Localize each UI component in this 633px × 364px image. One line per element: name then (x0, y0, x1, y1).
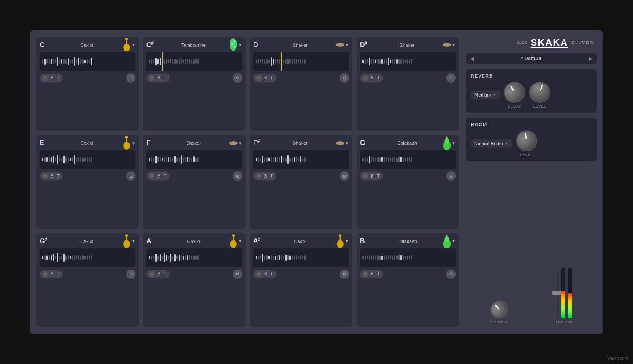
pad-t-button[interactable]: T (163, 174, 167, 178)
room-type-dropdown[interactable]: Natural Room ▼ (471, 139, 512, 148)
pad-btn-group: × B T (253, 172, 276, 180)
pad-menu-button[interactable]: ⊙ (126, 270, 135, 279)
pad-b-button[interactable]: B (157, 174, 161, 178)
pad-t-button[interactable]: T (376, 272, 381, 276)
pad-sequencer[interactable] (146, 52, 242, 71)
seq-tick (304, 157, 306, 162)
pad-dropdown-button[interactable]: ▼ (131, 141, 135, 146)
pad-menu-button[interactable]: ⊙ (446, 171, 456, 181)
pad-t-button[interactable]: T (270, 174, 274, 178)
pad-dropdown-button[interactable]: ▼ (345, 239, 349, 243)
pad-dropdown-button[interactable]: ▼ (345, 43, 349, 47)
pad-sequencer[interactable] (146, 150, 242, 169)
pad-t-button[interactable]: T (376, 174, 381, 178)
pad-t-button[interactable]: T (56, 174, 60, 178)
seq-tick (362, 256, 364, 259)
pad-sequencer[interactable] (360, 52, 456, 71)
pad-menu-button[interactable]: ⊙ (340, 73, 349, 83)
pad-menu-button[interactable]: ⊙ (446, 73, 456, 83)
pad-icon-calabash (442, 237, 452, 246)
seq-tick (271, 255, 272, 260)
pad-b-button[interactable]: B (370, 272, 375, 276)
pad-menu-button[interactable]: ⊙ (126, 73, 135, 83)
pad-mute-button[interactable]: × (256, 271, 262, 277)
seq-tick (51, 157, 52, 162)
pad-dropdown-button[interactable]: ▼ (345, 141, 349, 146)
pad-menu-button[interactable]: ⊙ (446, 270, 456, 279)
pad-dropdown-button[interactable]: ▼ (452, 239, 456, 243)
seq-tick (392, 157, 393, 162)
pad-t-button[interactable]: T (270, 75, 274, 80)
pad-menu-button[interactable]: ⊙ (340, 270, 349, 279)
seq-tick (262, 59, 263, 64)
pad-instrument: Calabash (372, 140, 442, 146)
pad-mute-button[interactable]: × (42, 173, 48, 179)
pad-menu-button[interactable]: ⊙ (233, 171, 242, 181)
pad-b-button[interactable]: B (370, 174, 375, 178)
pad-menu-button[interactable]: ⊙ (126, 171, 135, 181)
pad-mute-button[interactable]: × (149, 271, 155, 277)
seq-tick (396, 158, 398, 162)
pad-sequencer[interactable] (253, 248, 349, 267)
pad-sequencer[interactable] (360, 150, 456, 169)
pad-dropdown-button[interactable]: ▼ (238, 239, 242, 243)
pad-sequencer[interactable] (40, 52, 135, 71)
seq-tick (160, 58, 161, 65)
pad-mute-button[interactable]: × (362, 173, 368, 179)
pad-t-button[interactable]: T (376, 75, 381, 80)
pad-dropdown-button[interactable]: ▼ (452, 43, 456, 47)
reverb-decay-knob[interactable] (500, 78, 529, 106)
pad-sequencer[interactable] (40, 150, 135, 169)
pad-mute-button[interactable]: × (149, 75, 155, 81)
preset-prev-button[interactable]: ◀ (470, 56, 474, 62)
output-section: HI SHELF (466, 166, 597, 327)
pad-b-button[interactable]: B (50, 272, 54, 276)
pad-mute-button[interactable]: × (42, 271, 48, 277)
pad-dropdown-button[interactable]: ▼ (131, 43, 135, 47)
reverb-level-knob[interactable] (526, 78, 553, 105)
pad-mute-button[interactable]: × (256, 75, 262, 81)
pad-t-button[interactable]: T (56, 272, 60, 276)
pad-t-button[interactable]: T (56, 75, 60, 80)
pad-menu-button[interactable]: ⊙ (233, 270, 242, 279)
pad-mute-button[interactable]: × (149, 173, 155, 179)
seq-tick (373, 157, 374, 162)
seq-tick (51, 255, 52, 260)
pad-sequencer[interactable] (40, 248, 135, 267)
preset-next-button[interactable]: ▶ (589, 56, 592, 62)
pad-b-button[interactable]: B (263, 174, 268, 178)
pad-b-button[interactable]: B (263, 75, 268, 80)
pad-t-button[interactable]: T (270, 272, 274, 276)
seq-tick (375, 158, 376, 161)
pad-b-button[interactable]: B (263, 272, 268, 276)
pad-sequencer[interactable] (253, 150, 349, 169)
pad-b-button[interactable]: B (370, 75, 375, 80)
pad-dropdown-button[interactable]: ▼ (238, 141, 242, 146)
pad-dropdown-button[interactable]: ▼ (238, 43, 242, 47)
pad-mute-button[interactable]: × (362, 75, 368, 81)
reverb-type-dropdown[interactable]: Medium ▼ (471, 91, 500, 99)
pad-t-button[interactable]: T (163, 75, 167, 80)
room-level-knob[interactable] (514, 129, 539, 153)
pad-header: E Caxixi ▼ (40, 138, 135, 148)
pad-dropdown-button[interactable]: ▼ (131, 239, 135, 243)
pad-Csharp: C# Tambourine ▼ × B T ⊙ (143, 37, 246, 131)
pad-mute-button[interactable]: × (362, 271, 368, 277)
pad-mute-button[interactable]: × (42, 75, 48, 81)
pad-b-button[interactable]: B (157, 75, 161, 80)
seq-tick (78, 58, 79, 65)
pad-b-button[interactable]: B (157, 272, 161, 276)
pad-b-button[interactable]: B (50, 75, 54, 80)
hi-shelf-knob[interactable] (487, 297, 511, 322)
pad-sequencer[interactable] (360, 248, 456, 267)
pad-sequencer[interactable] (253, 52, 349, 71)
pad-menu-button[interactable]: ⊙ (233, 73, 242, 83)
pad-sequencer[interactable] (146, 248, 242, 267)
pad-mute-button[interactable]: × (256, 173, 262, 179)
seq-tick (377, 59, 379, 64)
pad-menu-button[interactable]: ⊙ (340, 171, 349, 181)
pad-b-button[interactable]: B (50, 174, 54, 178)
pad-dropdown-button[interactable]: ▼ (452, 141, 456, 146)
pad-t-button[interactable]: T (163, 272, 167, 276)
seq-tick (70, 60, 71, 63)
